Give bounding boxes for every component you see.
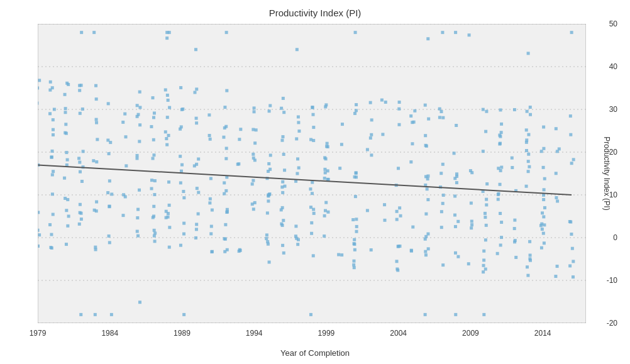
svg-rect-391 bbox=[427, 118, 430, 121]
svg-rect-332 bbox=[355, 103, 358, 106]
svg-rect-168 bbox=[182, 196, 185, 199]
svg-rect-523 bbox=[556, 265, 559, 268]
y-axis-label-container: Productivity Index (PI) bbox=[586, 24, 627, 323]
svg-rect-33 bbox=[50, 246, 53, 250]
svg-rect-382 bbox=[426, 37, 429, 40]
svg-rect-27 bbox=[49, 80, 52, 84]
svg-rect-261 bbox=[280, 107, 283, 110]
svg-line-543 bbox=[38, 165, 572, 195]
svg-rect-21 bbox=[52, 170, 55, 173]
svg-rect-436 bbox=[470, 171, 473, 174]
svg-rect-346 bbox=[366, 148, 369, 151]
svg-rect-525 bbox=[555, 196, 558, 199]
svg-rect-462 bbox=[499, 108, 502, 111]
svg-rect-357 bbox=[383, 203, 386, 206]
svg-rect-76 bbox=[96, 138, 99, 141]
svg-rect-185 bbox=[195, 228, 198, 231]
svg-rect-421 bbox=[454, 225, 457, 228]
svg-rect-398 bbox=[426, 177, 429, 180]
svg-rect-459 bbox=[497, 198, 500, 201]
svg-rect-448 bbox=[485, 198, 488, 201]
svg-rect-453 bbox=[485, 224, 488, 227]
svg-rect-167 bbox=[182, 313, 185, 316]
svg-rect-531 bbox=[568, 264, 572, 267]
svg-rect-356 bbox=[383, 219, 386, 222]
svg-rect-348 bbox=[370, 133, 373, 136]
svg-rect-527 bbox=[558, 147, 561, 150]
svg-rect-271 bbox=[281, 180, 284, 184]
svg-rect-113 bbox=[136, 234, 140, 238]
svg-rect-347 bbox=[370, 153, 373, 157]
x-tick-label: 2009 bbox=[462, 329, 479, 338]
svg-rect-528 bbox=[556, 199, 559, 202]
svg-rect-178 bbox=[197, 191, 200, 194]
svg-rect-89 bbox=[108, 234, 111, 238]
svg-rect-352 bbox=[366, 209, 369, 212]
chart-title: Productivity Index (PI) bbox=[0, 0, 630, 22]
svg-rect-141 bbox=[165, 31, 169, 34]
svg-rect-524 bbox=[555, 127, 558, 130]
svg-rect-88 bbox=[108, 241, 111, 244]
svg-rect-323 bbox=[340, 253, 343, 256]
svg-rect-174 bbox=[197, 212, 200, 216]
svg-rect-221 bbox=[238, 138, 241, 141]
svg-rect-240 bbox=[267, 199, 270, 202]
svg-rect-156 bbox=[165, 210, 168, 213]
svg-rect-169 bbox=[179, 181, 182, 184]
svg-rect-333 bbox=[355, 230, 358, 233]
svg-rect-507 bbox=[540, 150, 543, 153]
svg-rect-297 bbox=[312, 208, 315, 211]
svg-rect-355 bbox=[381, 133, 384, 136]
svg-rect-135 bbox=[150, 179, 153, 182]
svg-rect-220 bbox=[239, 249, 242, 252]
svg-rect-397 bbox=[425, 145, 428, 148]
svg-rect-80 bbox=[95, 160, 98, 163]
svg-rect-114 bbox=[136, 157, 139, 160]
svg-rect-236 bbox=[253, 201, 257, 204]
svg-rect-55 bbox=[78, 223, 81, 226]
svg-rect-272 bbox=[284, 185, 287, 188]
svg-rect-142 bbox=[165, 36, 169, 40]
svg-rect-270 bbox=[282, 153, 285, 156]
svg-rect-418 bbox=[456, 255, 460, 258]
svg-rect-263 bbox=[283, 168, 286, 172]
svg-rect-296 bbox=[312, 254, 315, 257]
svg-rect-388 bbox=[424, 253, 428, 256]
svg-rect-300 bbox=[311, 106, 314, 109]
svg-rect-275 bbox=[297, 115, 300, 118]
svg-rect-52 bbox=[64, 123, 67, 126]
svg-rect-337 bbox=[353, 260, 356, 263]
svg-rect-377 bbox=[409, 114, 412, 118]
svg-rect-79 bbox=[95, 97, 98, 101]
svg-rect-266 bbox=[281, 244, 284, 247]
svg-rect-364 bbox=[395, 260, 399, 263]
svg-rect-349 bbox=[369, 101, 372, 104]
svg-rect-123 bbox=[150, 125, 153, 128]
svg-rect-324 bbox=[337, 253, 340, 256]
svg-rect-466 bbox=[498, 143, 501, 146]
svg-rect-189 bbox=[209, 232, 213, 235]
svg-rect-97 bbox=[108, 152, 111, 155]
svg-rect-314 bbox=[325, 145, 328, 148]
svg-rect-458 bbox=[499, 183, 502, 186]
svg-rect-449 bbox=[482, 258, 485, 262]
svg-rect-212 bbox=[224, 238, 227, 241]
svg-rect-198 bbox=[224, 223, 227, 226]
svg-rect-94 bbox=[108, 205, 111, 208]
svg-rect-291 bbox=[311, 192, 314, 195]
svg-rect-107 bbox=[136, 104, 139, 107]
svg-rect-160 bbox=[180, 163, 184, 167]
svg-rect-196 bbox=[208, 201, 211, 204]
svg-rect-544 bbox=[38, 24, 586, 323]
svg-rect-177 bbox=[195, 117, 198, 120]
svg-rect-540 bbox=[569, 114, 572, 118]
svg-rect-31 bbox=[48, 112, 52, 115]
svg-rect-467 bbox=[500, 221, 503, 224]
svg-rect-25 bbox=[50, 150, 53, 153]
svg-rect-424 bbox=[456, 220, 460, 223]
svg-rect-157 bbox=[166, 94, 169, 97]
svg-rect-409 bbox=[439, 172, 443, 175]
svg-rect-415 bbox=[453, 214, 456, 217]
svg-rect-493 bbox=[529, 113, 532, 116]
svg-rect-533 bbox=[570, 162, 573, 165]
